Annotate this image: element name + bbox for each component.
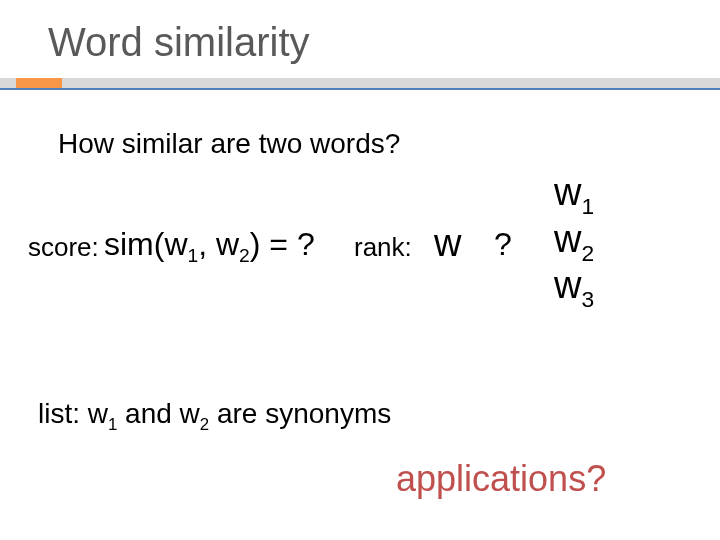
question-line: How similar are two words?	[58, 128, 400, 160]
accent-underline	[0, 88, 720, 90]
accent-bar	[0, 78, 720, 88]
rank-label: rank:	[354, 232, 412, 263]
rank-w: w	[434, 222, 461, 265]
rank-question: ?	[494, 226, 512, 263]
rank-item-1: w1	[554, 172, 594, 219]
applications-text: applications?	[396, 458, 606, 500]
score-label: score:	[28, 232, 99, 263]
accent-left	[16, 78, 62, 88]
slide: Word similarity How similar are two word…	[0, 0, 720, 540]
rank-list: w1 w2 w3	[554, 172, 594, 312]
rank-item-3: w3	[554, 265, 594, 312]
score-function: sim(w1, w2) = ?	[104, 226, 315, 267]
slide-title: Word similarity	[48, 20, 310, 65]
list-line: list: w1 and w2 are synonyms	[38, 398, 391, 435]
rank-item-2: w2	[554, 219, 594, 266]
